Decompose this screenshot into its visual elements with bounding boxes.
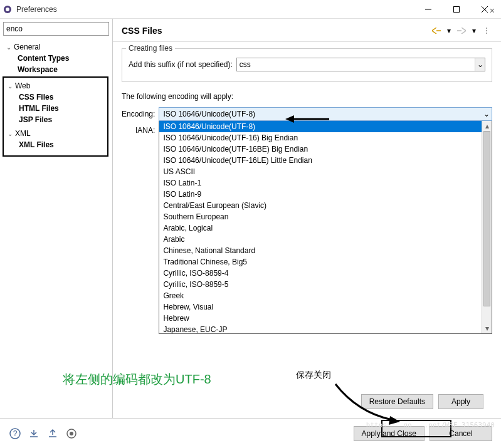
- chevron-down-icon[interactable]: ⌄: [475, 58, 485, 71]
- tree-node-general[interactable]: ⌄ General: [3, 41, 110, 53]
- svg-point-1: [6, 8, 9, 11]
- encoding-option[interactable]: Cyrillic, ISO-8859-5: [159, 279, 482, 290]
- encoding-option[interactable]: Arabic: [159, 234, 482, 245]
- encoding-option[interactable]: ISO 10646/Unicode(UTF-16LE) Little Endia…: [159, 155, 482, 166]
- encoding-combo[interactable]: ISO 10646/Unicode(UTF-8) ⌄: [159, 107, 492, 121]
- scroll-thumb[interactable]: [483, 131, 490, 306]
- group-legend: Creating files: [126, 44, 175, 53]
- collapse-icon[interactable]: ⌄: [5, 44, 13, 51]
- encoding-value: ISO 10646/Unicode(UTF-8): [163, 110, 255, 118]
- suffix-combo[interactable]: css ⌄: [236, 58, 485, 71]
- encoding-option[interactable]: Central/East European (Slavic): [159, 200, 482, 211]
- encoding-dropdown: ISO 10646/Unicode(UTF-8) ISO 10646/Unico…: [159, 121, 492, 334]
- chevron-down-icon[interactable]: ⌄: [482, 108, 492, 120]
- apply-button[interactable]: Apply: [438, 394, 483, 409]
- page-title: CSS Files: [122, 26, 431, 36]
- iana-label: IANA:: [122, 126, 155, 138]
- minimize-button[interactable]: [414, 0, 442, 19]
- tree-node-xml-files[interactable]: XML Files: [15, 139, 105, 150]
- scroll-up-icon[interactable]: ▴: [482, 121, 492, 131]
- tree-node-css-files[interactable]: CSS Files: [15, 91, 105, 103]
- forward-icon[interactable]: [456, 25, 467, 36]
- encoding-option[interactable]: Hebrew, Visual: [159, 301, 482, 313]
- tree-node-html-files[interactable]: HTML Files: [15, 103, 105, 114]
- svg-point-12: [70, 432, 73, 435]
- back-dropdown-icon[interactable]: ▾: [443, 25, 455, 36]
- preference-tree: ⌄ General Content Types Workspace ⌄ Web …: [0, 39, 112, 418]
- forward-dropdown-icon[interactable]: ▾: [468, 25, 480, 36]
- collapse-icon[interactable]: ⌄: [6, 130, 14, 137]
- encoding-option[interactable]: Hebrew: [159, 313, 482, 324]
- window-title: Preferences: [16, 5, 414, 14]
- filter-input-wrap: [3, 22, 109, 36]
- encoding-option[interactable]: Arabic, Logical: [159, 222, 482, 234]
- encoding-option[interactable]: ISO Latin-9: [159, 189, 482, 200]
- encoding-option[interactable]: ISO 10646/Unicode(UTF-16BE) Big Endian: [159, 143, 482, 155]
- tree-node-content-types[interactable]: Content Types: [14, 53, 110, 64]
- suffix-value: css: [240, 60, 251, 69]
- oomph-icon[interactable]: [65, 427, 78, 440]
- annotation-text-black: 保存关闭: [296, 370, 331, 381]
- encoding-option[interactable]: ISO 10646/Unicode(UTF-16) Big Endian: [159, 132, 482, 143]
- tree-node-xml[interactable]: ⌄ XML: [4, 128, 105, 139]
- svg-text:?: ?: [13, 429, 18, 438]
- scrollbar[interactable]: ▴ ▾: [482, 121, 492, 333]
- encoding-option[interactable]: ISO 10646/Unicode(UTF-8): [159, 121, 482, 132]
- encoding-option[interactable]: US ASCII: [159, 166, 482, 177]
- filter-input[interactable]: [6, 23, 96, 35]
- collapse-icon[interactable]: ⌄: [6, 83, 14, 90]
- encoding-option[interactable]: ISO Latin-1: [159, 177, 482, 189]
- encoding-option[interactable]: Southern European: [159, 211, 482, 222]
- encoding-option[interactable]: Traditional Chinese, Big5: [159, 256, 482, 268]
- watermark-text: https____go___.net/WSF_31563940: [366, 421, 495, 429]
- encoding-option-list: ISO 10646/Unicode(UTF-8) ISO 10646/Unico…: [159, 121, 482, 333]
- restore-defaults-button[interactable]: Restore Defaults: [361, 394, 433, 409]
- help-icon[interactable]: ?: [9, 427, 21, 440]
- svg-point-6: [486, 28, 487, 29]
- encoding-option[interactable]: Chinese, National Standard: [159, 245, 482, 256]
- encoding-label: Encoding:: [122, 110, 155, 122]
- svg-point-8: [486, 33, 487, 34]
- import-icon[interactable]: [28, 427, 40, 440]
- tree-node-web[interactable]: ⌄ Web: [4, 80, 105, 91]
- svg-rect-3: [453, 6, 459, 12]
- clear-filter-icon[interactable]: ×: [490, 6, 495, 16]
- export-icon[interactable]: [46, 427, 59, 440]
- maximize-button[interactable]: [442, 0, 470, 19]
- annotation-text-green: 将左侧的编码都改为UTF-8: [63, 371, 211, 388]
- main-panel: CSS Files ▾ ▾ Creating files Add this su…: [113, 19, 501, 418]
- app-icon: [3, 4, 13, 14]
- encoding-option[interactable]: Japanese, EUC-JP: [159, 324, 482, 333]
- titlebar: Preferences: [0, 0, 501, 19]
- back-icon[interactable]: [431, 25, 442, 36]
- svg-point-7: [486, 30, 487, 31]
- suffix-label: Add this suffix (if not specified):: [129, 60, 233, 69]
- sidebar: × ⌄ General Content Types Workspace ⌄ We…: [0, 19, 113, 418]
- scroll-down-icon[interactable]: ▾: [482, 323, 492, 333]
- encoding-apply-label: The following encoding will apply:: [122, 92, 492, 101]
- creating-files-group: Creating files Add this suffix (if not s…: [122, 48, 492, 82]
- tree-node-jsp-files[interactable]: JSP Files: [15, 114, 105, 125]
- encoding-option[interactable]: Greek: [159, 290, 482, 301]
- tree-node-workspace[interactable]: Workspace: [14, 64, 110, 75]
- encoding-option[interactable]: Cyrillic, ISO-8859-4: [159, 268, 482, 279]
- menu-icon[interactable]: [481, 25, 492, 36]
